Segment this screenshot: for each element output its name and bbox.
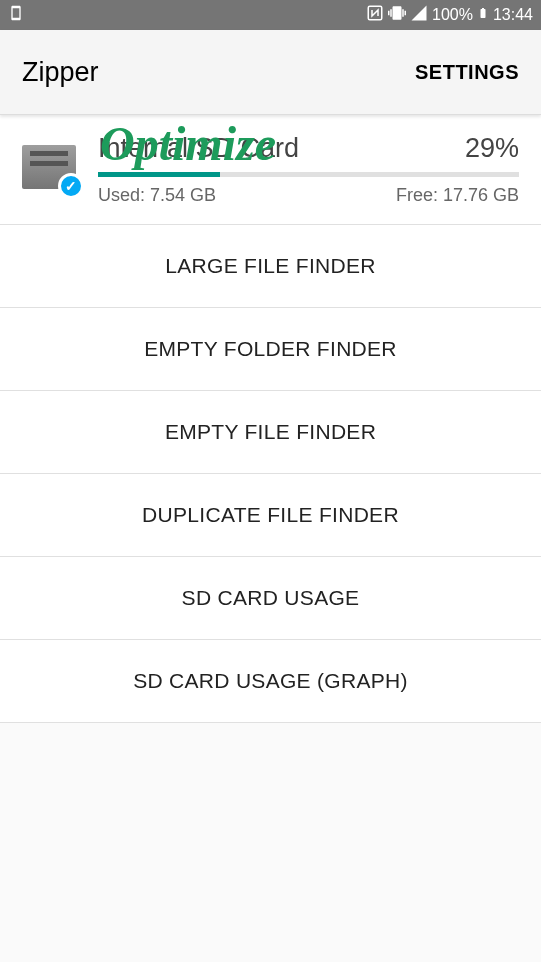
clock: 13:44 xyxy=(493,6,533,24)
storage-free: Free: 17.76 GB xyxy=(396,185,519,206)
vibrate-icon xyxy=(388,4,406,26)
option-empty-folder-finder[interactable]: EMPTY FOLDER FINDER xyxy=(0,308,541,391)
battery-pct: 100% xyxy=(432,6,473,24)
settings-button[interactable]: SETTINGS xyxy=(415,61,519,84)
option-large-file-finder[interactable]: LARGE FILE FINDER xyxy=(0,225,541,308)
battery-icon xyxy=(477,4,489,26)
storage-progress xyxy=(98,172,519,177)
option-duplicate-file-finder[interactable]: DUPLICATE FILE FINDER xyxy=(0,474,541,557)
option-sd-card-usage[interactable]: SD CARD USAGE xyxy=(0,557,541,640)
storage-card[interactable]: ✓ Internal SD Card 29% Used: 7.54 GB Fre… xyxy=(0,115,541,225)
app-bar: Zipper SETTINGS xyxy=(0,30,541,115)
app-title: Zipper xyxy=(22,57,99,88)
status-bar: 100% 13:44 xyxy=(0,0,541,30)
phone-icon xyxy=(8,5,24,25)
check-badge: ✓ xyxy=(58,173,84,199)
option-sd-card-usage-graph[interactable]: SD CARD USAGE (GRAPH) xyxy=(0,640,541,723)
storage-name: Internal SD Card xyxy=(98,133,299,164)
option-list: LARGE FILE FINDER EMPTY FOLDER FINDER EM… xyxy=(0,225,541,723)
sdcard-icon: ✓ xyxy=(22,137,82,197)
option-empty-file-finder[interactable]: EMPTY FILE FINDER xyxy=(0,391,541,474)
storage-pct: 29% xyxy=(465,133,519,164)
storage-used: Used: 7.54 GB xyxy=(98,185,216,206)
nfc-icon xyxy=(366,4,384,26)
signal-icon xyxy=(410,4,428,26)
